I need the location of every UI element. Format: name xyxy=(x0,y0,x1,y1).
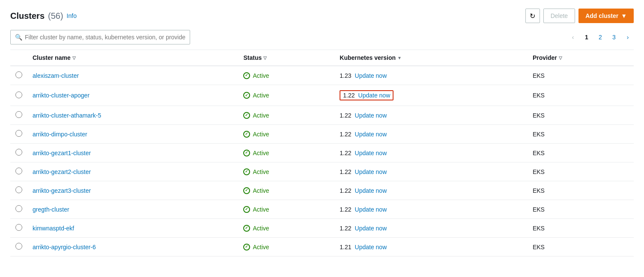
status-text: Active xyxy=(253,225,269,232)
update-now-link[interactable]: Update now xyxy=(355,187,387,194)
table-row: arrikto-gezart3-clusterActive1.22Update … xyxy=(10,181,634,200)
version-number: 1.22 xyxy=(340,150,351,156)
version-number: 1.23 xyxy=(340,72,351,79)
cluster-name-link[interactable]: arrikto-cluster-apoger xyxy=(33,92,89,99)
cluster-name-link[interactable]: kimwnasptd-ekf xyxy=(33,225,74,232)
table-row: arrikto-dimpo-clusterActive1.22Update no… xyxy=(10,125,634,144)
cluster-radio-0[interactable] xyxy=(15,71,22,78)
pagination-page-2-button[interactable]: 2 xyxy=(594,31,606,43)
provider-value: EKS xyxy=(533,168,545,175)
status-text: Active xyxy=(253,168,269,175)
select-col-header xyxy=(10,50,27,66)
table-row: arrikto-gezart1-clusterActive1.22Update … xyxy=(10,144,634,162)
pagination-page-1-button[interactable]: 1 xyxy=(581,31,593,43)
delete-button[interactable]: Delete xyxy=(543,9,575,23)
clusters-table: Cluster name ▽ Status ▽ Kubernetes versi… xyxy=(10,50,634,256)
status-text: Active xyxy=(253,92,269,99)
status-sort-icon[interactable]: ▽ xyxy=(263,56,267,60)
filter-row: 🔍 ‹ 1 2 3 › xyxy=(10,30,634,44)
add-cluster-button[interactable]: Add cluster ▼ xyxy=(578,9,634,23)
cluster-name-link[interactable]: arrikto-dimpo-cluster xyxy=(33,131,87,138)
page-title: Clusters xyxy=(10,11,45,21)
info-link[interactable]: Info xyxy=(67,12,77,19)
version-number: 1.22 xyxy=(340,112,351,119)
cluster-radio-4[interactable] xyxy=(15,149,22,156)
active-status-icon xyxy=(243,244,250,250)
refresh-button[interactable]: ↻ xyxy=(525,9,540,23)
cluster-radio-1[interactable] xyxy=(15,91,22,98)
active-status-icon xyxy=(243,92,250,99)
cluster-name-link[interactable]: alexiszam-cluster xyxy=(33,72,79,79)
active-status-icon xyxy=(243,168,250,175)
version-number: 1.22 xyxy=(340,131,351,138)
active-status-icon xyxy=(243,131,250,138)
update-now-link[interactable]: Update now xyxy=(355,72,387,79)
next-icon: › xyxy=(627,34,629,41)
active-status-icon xyxy=(243,112,250,119)
provider-value: EKS xyxy=(533,244,545,250)
provider-value: EKS xyxy=(533,72,545,79)
update-now-link[interactable]: Update now xyxy=(355,168,387,175)
cluster-name-sort-icon[interactable]: ▽ xyxy=(72,56,76,60)
active-status-icon xyxy=(243,150,250,156)
search-input[interactable] xyxy=(25,34,185,41)
refresh-icon: ↻ xyxy=(530,12,535,20)
cluster-radio-6[interactable] xyxy=(15,186,22,193)
table-row: arrikto-cluster-apogerActive1.22Update n… xyxy=(10,85,634,106)
cluster-name-link[interactable]: gregth-cluster xyxy=(33,206,69,213)
pagination-page-3-button[interactable]: 3 xyxy=(608,31,620,43)
update-now-link[interactable]: Update now xyxy=(355,112,387,119)
update-now-link[interactable]: Update now xyxy=(358,92,391,99)
status-text: Active xyxy=(253,131,269,138)
status-text: Active xyxy=(253,206,269,213)
cluster-radio-7[interactable] xyxy=(15,205,22,212)
cluster-name-link[interactable]: arrikto-apyrgio-cluster-6 xyxy=(33,244,96,250)
status-text: Active xyxy=(253,244,269,250)
page-header: Clusters (56) Info ↻ Delete Add cluster … xyxy=(10,9,634,23)
cluster-radio-8[interactable] xyxy=(15,224,22,231)
active-status-icon xyxy=(243,72,250,79)
cluster-radio-3[interactable] xyxy=(15,130,22,137)
update-now-link[interactable]: Update now xyxy=(355,244,387,250)
status-text: Active xyxy=(253,150,269,156)
version-number: 1.22 xyxy=(340,168,351,175)
pagination-next-button[interactable]: › xyxy=(622,31,634,43)
highlighted-version-cell: 1.22Update now xyxy=(340,90,394,100)
update-now-link[interactable]: Update now xyxy=(355,150,387,156)
cluster-name-link[interactable]: arrikto-gezart2-cluster xyxy=(33,168,91,175)
provider-value: EKS xyxy=(533,92,545,99)
update-now-link[interactable]: Update now xyxy=(355,131,387,138)
cluster-name-link[interactable]: arrikto-gezart3-cluster xyxy=(33,187,91,194)
search-box[interactable]: 🔍 xyxy=(10,30,190,44)
version-number: 1.22 xyxy=(340,225,351,232)
add-cluster-chevron-icon: ▼ xyxy=(621,12,627,19)
cluster-count: (56) xyxy=(48,11,63,21)
table-row: gregth-clusterActive1.22Update nowEKS xyxy=(10,200,634,219)
version-number: 1.22 xyxy=(340,206,351,213)
pagination-prev-button[interactable]: ‹ xyxy=(567,31,579,43)
version-number: 1.22 xyxy=(343,92,355,99)
update-now-link[interactable]: Update now xyxy=(355,225,387,232)
active-status-icon xyxy=(243,206,250,213)
cluster-name-link[interactable]: arrikto-cluster-athamark-5 xyxy=(33,112,101,119)
cluster-name-link[interactable]: arrikto-gezart1-cluster xyxy=(33,150,91,156)
header-actions: ↻ Delete Add cluster ▼ xyxy=(525,9,634,23)
provider-col-header: Provider ▽ xyxy=(528,50,634,66)
pagination: ‹ 1 2 3 › xyxy=(567,31,634,43)
update-now-link[interactable]: Update now xyxy=(355,206,387,213)
search-icon: 🔍 xyxy=(15,34,22,41)
title-area: Clusters (56) Info xyxy=(10,11,77,21)
prev-icon: ‹ xyxy=(572,34,574,41)
k8s-version-sort-icon[interactable]: ▼ xyxy=(397,56,402,60)
status-col-header: Status ▽ xyxy=(238,50,334,66)
table-header-row: Cluster name ▽ Status ▽ Kubernetes versi… xyxy=(10,50,634,66)
table-row: kimwnasptd-ekfActive1.22Update nowEKS xyxy=(10,219,634,238)
provider-sort-icon[interactable]: ▽ xyxy=(559,56,562,60)
table-row: alexiszam-clusterActive1.23Update nowEKS xyxy=(10,66,634,85)
cluster-radio-2[interactable] xyxy=(15,111,22,118)
cluster-radio-9[interactable] xyxy=(15,243,22,250)
provider-value: EKS xyxy=(533,225,545,232)
cluster-radio-5[interactable] xyxy=(15,168,22,174)
table-row: arrikto-cluster-athamark-5Active1.22Upda… xyxy=(10,106,634,125)
provider-value: EKS xyxy=(533,131,545,138)
